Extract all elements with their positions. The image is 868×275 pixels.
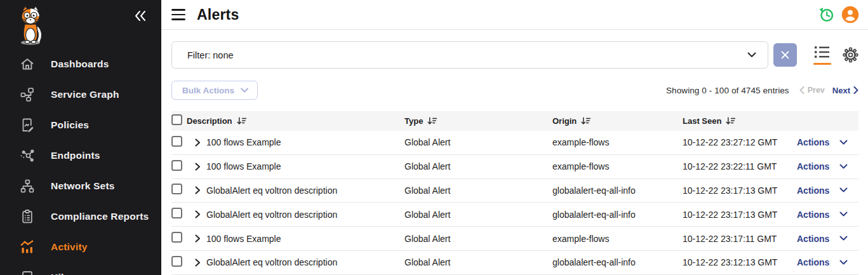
- table-toolbar: Bulk Actions Showing 0 - 100 of 4745 ent…: [171, 81, 858, 100]
- table-row: GlobalAlert eq voltron description Globa…: [171, 179, 858, 203]
- table-row: 100 flows Example Global Alert example-f…: [171, 131, 858, 155]
- column-header-description[interactable]: Description: [187, 116, 404, 126]
- row-origin: globalalert-eq-all-info: [552, 210, 683, 220]
- row-type: Global Alert: [404, 161, 552, 171]
- row-actions-button[interactable]: Actions: [797, 234, 829, 244]
- gear-icon: [843, 47, 858, 63]
- row-description: 100 flows Example: [206, 234, 281, 244]
- sort-icon: [581, 117, 591, 125]
- sort-icon: [726, 117, 735, 125]
- menu-toggle-button[interactable]: [171, 9, 187, 20]
- sidebar-item-policies[interactable]: Policies: [0, 110, 161, 140]
- network-sets-icon: [19, 178, 36, 194]
- bulk-actions-button[interactable]: Bulk Actions: [171, 81, 258, 100]
- expand-chevron-icon[interactable]: [195, 186, 201, 194]
- service-graph-icon: [19, 86, 36, 103]
- column-header-origin[interactable]: Origin: [552, 116, 683, 126]
- pagination: Showing 0 - 100 of 4745 entries Prev Nex…: [666, 86, 858, 95]
- endpoints-icon: [19, 147, 36, 164]
- sort-icon: [237, 117, 246, 125]
- row-last-seen: 10-12-22 23:17:13 GMT: [683, 185, 797, 196]
- activity-icon: [19, 239, 36, 255]
- sidebar-item-service-graph[interactable]: Service Graph: [0, 79, 161, 110]
- main-area: Alerts: [161, 0, 868, 275]
- filter-clear-button[interactable]: [773, 43, 797, 67]
- app-window: Dashboards Service Graph: [0, 0, 868, 275]
- row-checkbox[interactable]: [171, 256, 182, 267]
- row-last-seen: 10-12-22 23:22:11 GMT: [683, 161, 797, 171]
- expand-chevron-icon[interactable]: [195, 138, 201, 147]
- row-checkbox[interactable]: [171, 232, 182, 243]
- double-chevron-left-icon: [134, 10, 147, 22]
- row-description: 100 flows Example: [206, 137, 281, 147]
- sidebar: Dashboards Service Graph: [0, 0, 161, 275]
- row-last-seen: 10-12-22 23:27:12 GMT: [683, 137, 797, 147]
- home-icon: [19, 56, 36, 72]
- sidebar-item-kibana[interactable]: Kibana: [0, 262, 161, 275]
- row-origin: example-flows: [552, 234, 683, 244]
- table-row: GlobalAlert eq voltron description Globa…: [171, 203, 858, 227]
- next-page-button[interactable]: Next: [832, 86, 858, 95]
- row-checkbox[interactable]: [171, 208, 182, 218]
- expand-chevron-icon[interactable]: [195, 210, 201, 218]
- row-origin: example-flows: [552, 137, 683, 147]
- row-origin: globalalert-eq-all-info: [552, 185, 683, 196]
- filter-select[interactable]: Filter: none: [171, 41, 768, 69]
- sidebar-item-dashboards[interactable]: Dashboards: [0, 49, 161, 79]
- user-avatar[interactable]: [841, 6, 859, 23]
- row-description: GlobalAlert eq voltron description: [206, 185, 337, 196]
- showing-entries-text: Showing 0 - 100 of 4745 entries: [666, 86, 789, 95]
- chevron-left-icon: [799, 86, 805, 94]
- chevron-down-icon: [839, 140, 848, 145]
- row-origin: example-flows: [552, 161, 683, 171]
- expand-chevron-icon[interactable]: [195, 258, 201, 267]
- row-checkbox[interactable]: [171, 160, 182, 171]
- table-header-row: Description Type Origin Last Seen: [171, 111, 858, 131]
- expand-chevron-icon[interactable]: [195, 234, 201, 243]
- row-checkbox[interactable]: [171, 136, 182, 147]
- row-actions-button[interactable]: Actions: [797, 210, 829, 220]
- chevron-down-icon: [839, 260, 848, 265]
- sidebar-collapse-button[interactable]: [132, 8, 149, 24]
- chevron-down-icon: [839, 164, 848, 170]
- table-row: 100 flows Example Global Alert example-f…: [171, 155, 858, 179]
- chevron-right-icon: [853, 86, 858, 94]
- page-title: Alerts: [197, 6, 239, 23]
- row-checkbox[interactable]: [171, 184, 182, 194]
- row-actions-button[interactable]: Actions: [797, 185, 829, 196]
- table-body: 100 flows Example Global Alert example-f…: [171, 131, 858, 275]
- row-type: Global Alert: [404, 185, 552, 196]
- row-last-seen: 10-12-22 23:12:13 GMT: [683, 257, 797, 267]
- settings-button[interactable]: [843, 47, 858, 63]
- chevron-down-icon: [839, 187, 848, 193]
- sidebar-item-network-sets[interactable]: Network Sets: [0, 171, 161, 201]
- topbar: Alerts: [161, 0, 868, 30]
- history-button[interactable]: [818, 6, 835, 23]
- content: Filter: none: [161, 30, 868, 275]
- compliance-reports-icon: [19, 208, 36, 225]
- close-icon: [781, 51, 789, 59]
- filter-value: Filter: none: [187, 50, 234, 60]
- row-actions-button[interactable]: Actions: [797, 257, 829, 267]
- sort-icon: [427, 117, 437, 125]
- row-type: Global Alert: [404, 234, 552, 244]
- sidebar-item-activity[interactable]: Activity: [0, 232, 161, 262]
- expand-chevron-icon[interactable]: [195, 163, 201, 171]
- column-header-type[interactable]: Type: [404, 116, 552, 126]
- list-view-tab[interactable]: [813, 45, 831, 65]
- sidebar-item-endpoints[interactable]: Endpoints: [0, 140, 161, 171]
- row-type: Global Alert: [404, 210, 552, 220]
- table-row: 100 flows Example Global Alert example-f…: [171, 227, 858, 251]
- sidebar-item-compliance-reports[interactable]: Compliance Reports: [0, 201, 161, 232]
- active-tab-indicator: [813, 63, 831, 65]
- row-actions-button[interactable]: Actions: [797, 161, 829, 171]
- row-actions-button[interactable]: Actions: [797, 137, 829, 147]
- select-all-checkbox[interactable]: [171, 114, 182, 125]
- row-last-seen: 10-12-22 23:17:11 GMT: [683, 234, 797, 244]
- column-header-last-seen[interactable]: Last Seen: [683, 116, 797, 126]
- sidebar-nav: Dashboards Service Graph: [0, 49, 161, 275]
- policies-icon: [19, 117, 36, 133]
- history-icon: [818, 6, 835, 23]
- row-type: Global Alert: [404, 137, 552, 147]
- prev-page-button[interactable]: Prev: [799, 86, 825, 95]
